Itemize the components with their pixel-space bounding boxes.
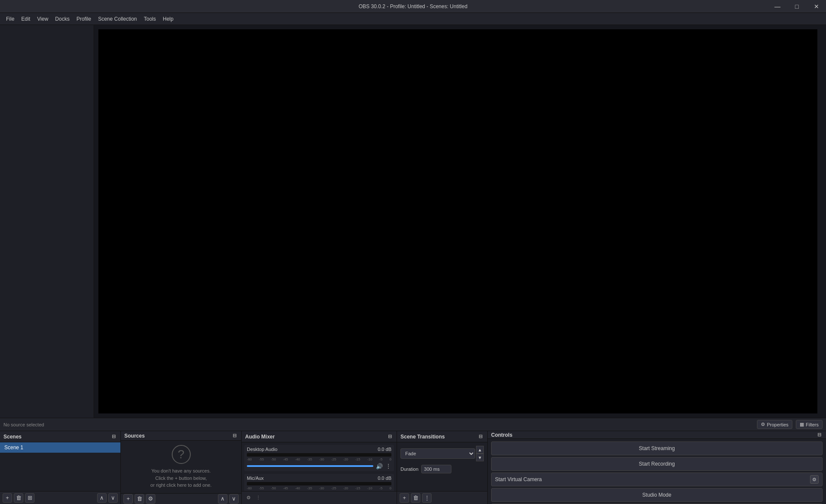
desktop-volume-fill	[247, 465, 373, 467]
desktop-volume-slider[interactable]	[247, 465, 373, 467]
titlebar-title: OBS 30.0.2 - Profile: Untitled - Scenes:…	[359, 3, 467, 9]
sources-settings-button[interactable]: ⚙	[146, 494, 155, 504]
menu-tools[interactable]: Tools	[140, 15, 159, 23]
transitions-collapse-icon[interactable]: ⊟	[477, 433, 484, 440]
sources-empty-icon: ?	[172, 445, 191, 464]
audio-settings-button[interactable]: ⚙	[245, 494, 252, 501]
duration-row: Duration	[400, 465, 484, 473]
transitions-more-button[interactable]: ⋮	[422, 493, 432, 503]
mic-audio-name: Mic/Aux	[247, 476, 264, 481]
desktop-audio-controls: 🔊 ⋮	[247, 463, 391, 470]
close-button[interactable]: ✕	[807, 0, 826, 13]
scenes-up-button[interactable]: ∧	[97, 493, 107, 503]
left-panel	[0, 25, 94, 418]
source-toolbar: No source selected ⚙ Properties ▦ Filter…	[0, 418, 826, 431]
transitions-content: Fade Cut Swipe Slide ▲ ▼ Duration	[397, 442, 487, 491]
sources-empty-text: You don't have any sources.Click the + b…	[151, 467, 212, 489]
menu-scene-collection[interactable]: Scene Collection	[95, 15, 140, 23]
studio-mode-button[interactable]: Studio Mode	[491, 488, 823, 502]
scenes-add-button[interactable]: +	[3, 493, 12, 503]
transitions-delete-button[interactable]: 🗑	[411, 493, 420, 503]
scenes-footer: + 🗑 ⊞ ∧ ∨	[0, 491, 120, 504]
titlebar-controls: — □ ✕	[768, 0, 826, 13]
mic-audio-meter	[247, 482, 391, 485]
titlebar: OBS 30.0.2 - Profile: Untitled - Scenes:…	[0, 0, 826, 13]
sources-panel: Sources ⊟ ? You don't have any sources.C…	[121, 431, 242, 504]
audio-channel-mic: Mic/Aux 0.0 dB -60 -55 -50 -45 -40	[244, 474, 394, 491]
maximize-button[interactable]: □	[787, 0, 807, 13]
sources-add-button[interactable]: +	[123, 494, 133, 504]
scenes-filter-button[interactable]: ⊞	[25, 493, 35, 503]
properties-button[interactable]: ⚙ Properties	[757, 420, 792, 429]
menu-file[interactable]: File	[3, 15, 18, 23]
preview-canvas	[98, 29, 817, 413]
audio-channel-desktop-header: Desktop Audio 0.0 dB	[247, 447, 391, 452]
sources-up-button[interactable]: ∧	[218, 494, 227, 504]
desktop-audio-db: 0.0 dB	[378, 447, 391, 452]
audio-title: Audio Mixer	[245, 434, 275, 440]
sources-content[interactable]: ? You don't have any sources.Click the +…	[121, 441, 241, 493]
audio-panel-header: Audio Mixer ⊟	[242, 431, 397, 442]
transitions-spinbox-down[interactable]: ▼	[476, 454, 484, 461]
scenes-panel: Scenes ⊟ Scene 1 + 🗑 ⊞ ∧ ∨	[0, 431, 121, 504]
transitions-panel-header-right: ⊟	[477, 433, 484, 440]
scenes-collapse-icon[interactable]: ⊟	[110, 433, 117, 440]
filters-icon: ▦	[800, 422, 804, 427]
scenes-delete-button[interactable]: 🗑	[14, 493, 23, 503]
sources-delete-button[interactable]: 🗑	[135, 494, 144, 504]
menu-edit[interactable]: Edit	[18, 15, 34, 23]
mic-meter-labels: -60 -55 -50 -45 -40 -35 -30 -25 -20 -15 …	[247, 486, 391, 490]
audio-content: Desktop Audio 0.0 dB -60 -55 -50 -45	[242, 442, 397, 491]
menubar: File Edit View Docks Profile Scene Colle…	[0, 13, 826, 25]
scene-item-scene1[interactable]: Scene 1	[0, 442, 120, 453]
audio-menu-button[interactable]: ⋮	[255, 494, 262, 501]
transitions-select-row: Fade Cut Swipe Slide ▲ ▼	[400, 446, 484, 461]
virtual-camera-settings-icon[interactable]: ⚙	[810, 475, 819, 484]
duration-input[interactable]	[421, 465, 451, 473]
mic-audio-db: 0.0 dB	[378, 476, 391, 481]
desktop-mute-button[interactable]: 🔊	[376, 463, 383, 470]
controls-panel-header: Controls ⊟	[488, 431, 826, 439]
scenes-panel-header: Scenes ⊟	[0, 431, 120, 442]
menu-view[interactable]: View	[34, 15, 52, 23]
filters-label: Filters	[806, 422, 819, 427]
menu-help[interactable]: Help	[159, 15, 177, 23]
start-virtual-camera-button[interactable]: Start Virtual Camera ⚙	[491, 473, 823, 486]
start-streaming-button[interactable]: Start Streaming	[491, 441, 823, 455]
controls-collapse-icon[interactable]: ⊟	[816, 431, 823, 438]
main-area: No source selected ⚙ Properties ▦ Filter…	[0, 25, 826, 504]
transitions-spinbox: ▲ ▼	[476, 446, 484, 461]
audio-channel-mic-header: Mic/Aux 0.0 dB	[247, 476, 391, 481]
desktop-meter-labels: -60 -55 -50 -45 -40 -35 -30 -25 -20 -15 …	[247, 457, 391, 461]
start-recording-button[interactable]: Start Recording	[491, 457, 823, 471]
right-spacer	[822, 25, 826, 418]
sources-footer: + 🗑 ⚙ ∧ ∨	[121, 493, 241, 504]
minimize-button[interactable]: —	[768, 0, 787, 13]
transitions-spinbox-up[interactable]: ▲	[476, 446, 484, 454]
scenes-list: Scene 1	[0, 442, 120, 491]
transitions-add-button[interactable]: +	[400, 493, 409, 503]
audio-footer: ⚙ ⋮	[242, 491, 397, 504]
desktop-audio-name: Desktop Audio	[247, 447, 277, 452]
desktop-audio-meter	[247, 453, 391, 457]
transitions-type-select[interactable]: Fade Cut Swipe Slide	[400, 448, 475, 459]
controls-title: Controls	[491, 432, 512, 438]
virtual-camera-label: Start Virtual Camera	[495, 476, 542, 482]
sources-collapse-icon[interactable]: ⊟	[231, 432, 238, 439]
audio-panel: Audio Mixer ⊟ Desktop Audio 0.0 dB	[242, 431, 397, 504]
filters-button[interactable]: ▦ Filters	[796, 420, 823, 429]
no-source-label: No source selected	[3, 422, 753, 427]
transitions-title: Scene Transitions	[400, 434, 445, 440]
menu-profile[interactable]: Profile	[73, 15, 95, 23]
scenes-down-button[interactable]: ∨	[108, 493, 118, 503]
audio-collapse-icon[interactable]: ⊟	[387, 433, 393, 440]
scenes-panel-header-right: ⊟	[110, 433, 117, 440]
bottom-section: No source selected ⚙ Properties ▦ Filter…	[0, 418, 826, 504]
scenes-title: Scenes	[3, 434, 22, 440]
menu-docks[interactable]: Docks	[52, 15, 73, 23]
transitions-panel-header: Scene Transitions ⊟	[397, 431, 487, 442]
sources-down-button[interactable]: ∨	[229, 494, 239, 504]
properties-icon: ⚙	[761, 422, 765, 427]
panels-row: Scenes ⊟ Scene 1 + 🗑 ⊞ ∧ ∨	[0, 431, 826, 504]
desktop-audio-more-button[interactable]: ⋮	[385, 463, 391, 470]
